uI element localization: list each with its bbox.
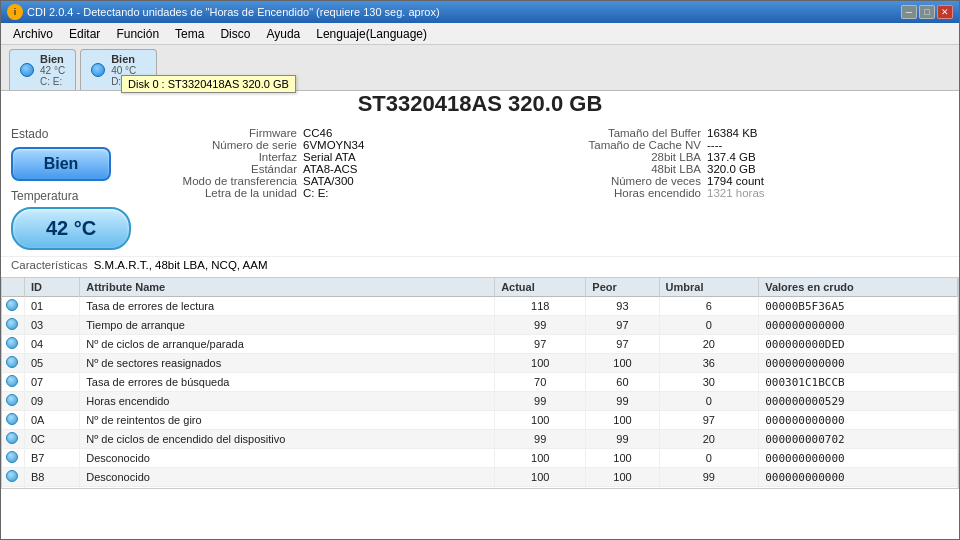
lba28-label: 28bit LBA [545,151,705,163]
caracteristicas-label: Características [11,259,88,271]
row-peor: 99 [586,430,659,449]
menu-editar[interactable]: Editar [61,25,108,43]
estado-label: Estado [11,127,131,141]
estandar-value: ATA8-ACS [301,163,358,175]
table-row: 03Tiempo de arranque99970000000000000 [2,316,958,335]
row-status-icon [2,373,25,392]
row-attr-name: Tiempo de arranque [80,316,495,335]
row-umbral: 20 [659,430,759,449]
row-attr-name: Vendor Specific [80,487,495,489]
row-umbral: 0 [659,392,759,411]
row-raw: 00000B5F36A5 [759,297,958,316]
attributes-tbody: 01Tasa de errores de lectura11893600000B… [2,297,958,489]
transfer-value: SATA/300 [301,175,354,187]
lba28-value: 137.4 GB [705,151,756,163]
row-id: B7 [25,449,80,468]
row-attr-name: Horas encendido [80,392,495,411]
window-title: CDI 2.0.4 - Detectando unidades de "Hora… [27,6,440,18]
top-info-row: Estado Bien Temperatura 42 °C Firmware C… [1,123,959,254]
estandar-label: Estándar [141,163,301,175]
row-peor: 99 [586,392,659,411]
row-status-icon [2,392,25,411]
row-id: 0A [25,411,80,430]
row-actual: 100 [495,449,586,468]
tab-status-1: Bien [111,53,146,65]
col-peor: Peor [586,278,659,297]
row-status-icon [2,449,25,468]
table-row: B8Desconocido10010099000000000000 [2,468,958,487]
table-row: 09Horas encendido99990000000000529 [2,392,958,411]
letra-row: Letra de la unidad C: E: [141,187,545,199]
row-raw: 000000000702 [759,430,958,449]
row-raw: 000000000DED [759,335,958,354]
menu-disco[interactable]: Disco [212,25,258,43]
row-umbral: 36 [659,354,759,373]
temp-badge: 42 °C [11,207,131,250]
row-status-icon [2,335,25,354]
disk-tab-0[interactable]: Bien 42 °C C: E: [9,49,76,90]
row-status-icon [2,430,25,449]
col-raw: Valores en crudo [759,278,958,297]
row-umbral: 30 [659,373,759,392]
row-actual: 97 [495,335,586,354]
row-status-icon [2,316,25,335]
row-status-icon [2,411,25,430]
menu-language[interactable]: Lenguaje(Language) [308,25,435,43]
bien-badge: Bien [11,147,111,181]
row-peor: 93 [586,297,659,316]
caracteristicas-row: Características S.M.A.R.T., 48bit LBA, N… [1,256,959,273]
minimize-button[interactable]: ─ [901,5,917,19]
row-peor: 97 [586,316,659,335]
row-status-icon [2,354,25,373]
row-peor: 100 [586,411,659,430]
row-attr-name: Nº de ciclos de arranque/parada [80,335,495,354]
table-header-row: ID Attribute Name Actual Peor Umbral Val… [2,278,958,297]
tab-temp-0: 42 °C [40,65,65,76]
row-id: 0C [25,430,80,449]
buffer-value: 16384 KB [705,127,758,139]
lba48-value: 320.0 GB [705,163,756,175]
title-bar: i CDI 2.0.4 - Detectando unidades de "Ho… [1,1,959,23]
letra-value: C: E: [301,187,329,199]
row-peor: 1 [586,487,659,489]
menu-archivo[interactable]: Archivo [5,25,61,43]
menu-funcion[interactable]: Función [108,25,167,43]
menu-ayuda[interactable]: Ayuda [258,25,308,43]
caracteristicas-value: S.M.A.R.T., 48bit LBA, NCQ, AAM [94,259,268,271]
row-attr-name: Desconocido [80,468,495,487]
row-raw: 000301C1BCCB [759,373,958,392]
cache-label: Tamaño de Cache NV [545,139,705,151]
horas-label: Horas encendido [545,187,705,199]
row-raw: 000000000000 [759,449,958,468]
menu-tema[interactable]: Tema [167,25,212,43]
row-umbral: 6 [659,297,759,316]
veces-value: 1794 count [705,175,764,187]
tab-drive-0: C: E: [40,76,65,87]
row-raw: 000000000000 [759,316,958,335]
buffer-label: Tamaño del Buffer [545,127,705,139]
row-peor: 100 [586,449,659,468]
close-button[interactable]: ✕ [937,5,953,19]
table-row: 0ANº de reintentos de giro10010097000000… [2,411,958,430]
row-raw: 000000000529 [759,392,958,411]
table-row: B7Desconocido1001000000000000000 [2,449,958,468]
table-row: 05Nº de sectores reasignados100100360000… [2,354,958,373]
serie-label: Número de serie [141,139,301,151]
status-dot-1 [91,63,105,77]
col-umbral: Umbral [659,278,759,297]
row-umbral: 0 [659,449,759,468]
table-row: BBVendor Specific1100000000000AD [2,487,958,489]
row-attr-name: Nº de ciclos de encendido del dispositiv… [80,430,495,449]
row-id: 05 [25,354,80,373]
interfaz-value: Serial ATA [301,151,356,163]
veces-row: Número de veces 1794 count [545,175,949,187]
row-actual: 99 [495,392,586,411]
estandar-row: Estándar ATA8-ACS [141,163,545,175]
row-raw: 000000000000 [759,411,958,430]
row-status-icon [2,487,25,489]
app-window: i CDI 2.0.4 - Detectando unidades de "Ho… [0,0,960,540]
attributes-table: ID Attribute Name Actual Peor Umbral Val… [2,278,958,488]
row-actual: 1 [495,487,586,489]
maximize-button[interactable]: □ [919,5,935,19]
table-scroll[interactable]: ID Attribute Name Actual Peor Umbral Val… [2,278,958,488]
